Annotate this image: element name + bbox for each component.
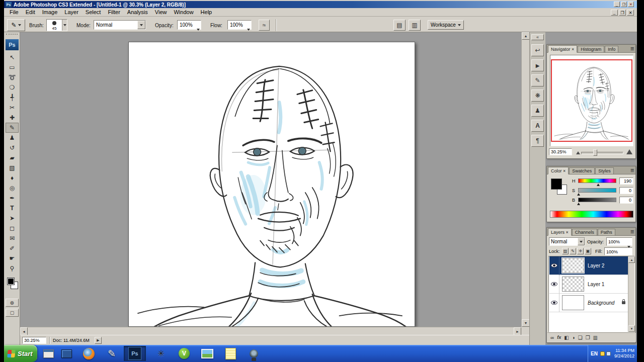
firefox-icon[interactable] — [82, 346, 96, 360]
scroll-right-button[interactable]: ► — [514, 327, 521, 335]
zoom-tool[interactable]: ⚲ — [6, 263, 19, 274]
clone-source-panel-icon[interactable]: ♟ — [531, 105, 544, 117]
fill-field[interactable]: 100% — [604, 247, 632, 255]
menu-item-help[interactable]: Help — [197, 8, 216, 16]
add-layer-mask-icon[interactable]: ◧ — [564, 335, 569, 340]
navigator-zoom-slider-thumb[interactable] — [593, 149, 597, 156]
tab-navigator[interactable]: Navigator × — [548, 45, 577, 53]
layer-visibility-toggle[interactable] — [549, 256, 559, 275]
scroll-left-button[interactable]: ◄ — [20, 327, 28, 335]
status-arrow-button[interactable]: ▶ — [95, 337, 102, 344]
tool-preset-dropdown[interactable]: ✎ — [7, 19, 25, 31]
tray-network-icon[interactable] — [606, 351, 611, 356]
screen-mode-button[interactable]: ▢ — [6, 309, 19, 317]
layer-visibility-toggle[interactable] — [549, 275, 559, 294]
tab-color[interactable]: Color × — [548, 167, 569, 174]
quick-mask-button[interactable]: ◍ — [6, 299, 19, 307]
path-selection-tool[interactable]: ➤ — [6, 213, 19, 223]
lock-all-icon[interactable]: ▣ — [585, 248, 591, 254]
menu-item-image[interactable]: Image — [39, 8, 61, 16]
opacity-input[interactable]: 100% — [177, 20, 201, 30]
hand-tool[interactable]: ☛ — [6, 253, 19, 263]
workspace-menu-button[interactable]: Workspace — [428, 20, 464, 30]
brightness-slider-track[interactable] — [578, 198, 616, 202]
doc-minimize-button[interactable]: _ — [611, 10, 618, 16]
hue-slider-marker[interactable] — [597, 184, 600, 186]
brightness-value-field[interactable]: 0 — [619, 197, 633, 204]
scroll-down-button[interactable]: ▼ — [628, 325, 635, 332]
color-spectrum-ramp[interactable] — [550, 211, 633, 218]
tray-update-icon[interactable] — [600, 351, 605, 356]
layer-style-icon[interactable]: fx — [557, 335, 561, 340]
navigator-zoom-field[interactable]: 30.25% — [549, 148, 572, 155]
brushes-panel-icon[interactable]: ❋ — [531, 89, 544, 102]
character-panel-icon[interactable]: A — [531, 120, 544, 132]
lock-image-icon[interactable]: ✎ — [570, 248, 576, 254]
layer-thumbnail[interactable] — [562, 295, 584, 310]
mode-select-arrow[interactable] — [137, 21, 145, 29]
clone-stamp-tool[interactable]: ♟ — [6, 133, 19, 143]
healing-brush-tool[interactable]: ✚ — [6, 113, 19, 123]
toolbox-grip[interactable] — [6, 34, 18, 36]
mode-select[interactable]: Normal — [94, 20, 146, 30]
tab-styles[interactable]: Styles — [595, 167, 614, 174]
adjustment-layer-icon[interactable]: ◑ — [572, 335, 575, 340]
panel-menu-icon[interactable]: ≣ — [630, 167, 634, 173]
layer-row-layer-1[interactable]: Layer 1 — [549, 275, 630, 294]
video-chat-icon[interactable]: V — [177, 346, 191, 360]
tab-channels[interactable]: Channels — [572, 229, 597, 235]
show-desktop-icon[interactable] — [41, 346, 55, 360]
image-viewer-icon[interactable] — [200, 346, 214, 360]
scroll-down-button[interactable]: ▼ — [522, 319, 530, 327]
history-panel-icon[interactable]: ↩ — [531, 44, 544, 56]
hue-value-field[interactable]: 190 — [619, 177, 633, 185]
actions-panel-icon[interactable]: ▶ — [531, 59, 544, 71]
layer-name[interactable]: Layer 2 — [588, 263, 604, 268]
layer-visibility-toggle[interactable] — [549, 294, 559, 312]
horizontal-scrollbar[interactable]: ◄ ► — [20, 327, 521, 335]
foreground-color-swatch[interactable] — [7, 278, 15, 285]
new-layer-icon[interactable]: ❐ — [586, 335, 590, 340]
navigator-proxy-rect[interactable] — [551, 59, 632, 142]
type-tool[interactable]: T — [6, 203, 19, 213]
eraser-tool[interactable]: ▰ — [6, 153, 19, 163]
move-tool[interactable]: ↖ — [6, 52, 19, 62]
tab-info[interactable]: Info — [605, 46, 618, 52]
language-indicator[interactable]: EN — [591, 351, 598, 356]
palettes-button-1[interactable]: ▤ — [393, 20, 406, 31]
menu-item-file[interactable]: File — [6, 8, 22, 16]
doc-restore-button[interactable]: ❐ — [619, 10, 626, 16]
notes-tool[interactable]: ✉ — [6, 233, 19, 243]
zoom-in-icon[interactable] — [626, 149, 632, 154]
crop-tool[interactable]: ╃ — [6, 93, 19, 103]
brush-tool[interactable]: ✎ — [6, 123, 19, 133]
photoshop-taskbar-button[interactable]: Ps — [124, 346, 146, 361]
lock-transparency-icon[interactable]: ▨ — [562, 248, 569, 254]
eyedropper-tool[interactable]: ✐ — [6, 243, 19, 253]
link-layers-icon[interactable]: ∞ — [550, 335, 554, 340]
claw-app-icon[interactable]: ✳ — [154, 346, 168, 360]
layer-name[interactable]: Layer 1 — [588, 282, 604, 287]
tab-histogram[interactable]: Histogram — [578, 46, 604, 52]
vertical-scrollbar[interactable]: ▲ ▼ — [521, 32, 529, 327]
flow-arrow[interactable] — [247, 24, 250, 33]
lock-position-icon[interactable]: ✛ — [577, 248, 584, 254]
hue-slider-track[interactable] — [578, 178, 616, 183]
brush-dropdown-arrow[interactable] — [62, 20, 67, 31]
history-brush-tool[interactable]: ↺ — [6, 143, 19, 153]
menu-item-window[interactable]: Window — [170, 8, 197, 16]
scroll-up-button[interactable]: ▲ — [522, 32, 530, 40]
new-group-icon[interactable]: ❏ — [578, 335, 583, 340]
menu-item-analysis[interactable]: Analysis — [124, 8, 151, 16]
dodge-tool[interactable]: ◎ — [6, 183, 19, 193]
menu-item-layer[interactable]: Layer — [61, 8, 82, 16]
navigator-thumbnail[interactable] — [550, 55, 633, 146]
pen-tool[interactable]: ✒ — [6, 193, 19, 203]
blend-mode-select[interactable]: Normal — [549, 237, 585, 246]
foreground-color-swatch[interactable] — [551, 178, 562, 190]
close-button[interactable]: ✕ — [628, 2, 634, 7]
opacity-arrow[interactable] — [197, 24, 200, 33]
flow-input[interactable]: 100% — [227, 20, 252, 30]
shape-tool[interactable]: ◻ — [6, 223, 19, 233]
blur-tool[interactable]: ♦ — [6, 173, 19, 183]
